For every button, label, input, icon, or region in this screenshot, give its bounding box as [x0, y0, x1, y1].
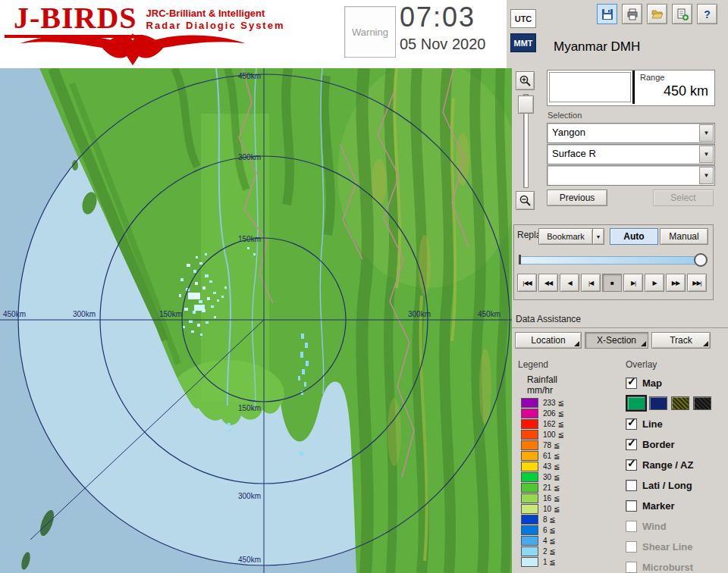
- legend-color-swatch: [521, 546, 538, 556]
- overlay-checkbox[interactable]: [626, 541, 637, 553]
- legend-value: 206 ≦: [543, 409, 564, 418]
- legend-entry: 4 ≦: [521, 537, 621, 545]
- playback-button-7[interactable]: ▶▶: [666, 274, 686, 292]
- playback-button-0[interactable]: |◀◀: [517, 274, 537, 292]
- overlay-label: Lati / Long: [642, 480, 692, 491]
- logo-subtitle-line1: JRC-Brilliant & Intelligent: [146, 8, 285, 20]
- overlay-item-lati-long[interactable]: Lati / Long: [626, 478, 726, 492]
- map-style-swatch[interactable]: [671, 396, 689, 410]
- product-dropdown[interactable]: Surface R ▼: [547, 144, 715, 164]
- map-style-swatch[interactable]: [627, 396, 645, 410]
- playback-button-3[interactable]: |◀: [581, 274, 601, 292]
- site-dropdown[interactable]: Yangon ▼: [547, 123, 715, 143]
- overlay-checkbox[interactable]: [626, 377, 637, 389]
- select-button[interactable]: Select: [653, 189, 714, 206]
- location-button[interactable]: Location: [515, 332, 582, 349]
- overlay-label: Line: [642, 418, 663, 430]
- replay-slider-start-cap: [519, 255, 521, 265]
- range-display: Range 450 km: [547, 70, 715, 106]
- overlay-checkbox[interactable]: [626, 521, 637, 532]
- replay-slider-thumb[interactable]: [694, 253, 708, 267]
- legend-section: Legend Rainfall mm/hr 233 ≦206 ≦162 ≦100…: [518, 359, 621, 568]
- overlay-label: Border: [642, 439, 675, 450]
- legend-color-swatch: [521, 440, 538, 450]
- overlay-item-border[interactable]: Border: [626, 437, 726, 451]
- overlay-item-shear-line[interactable]: Shear Line: [626, 540, 726, 553]
- legend-color-swatch: [521, 462, 538, 471]
- legend-color-swatch: [521, 472, 538, 482]
- ring-label: 150km: [238, 404, 261, 412]
- ring-label: 450km: [238, 72, 261, 80]
- save-button[interactable]: [597, 4, 617, 24]
- overlay-label: Map: [642, 377, 662, 389]
- station-name: Myanmar DMH: [554, 39, 640, 55]
- map-style-swatch[interactable]: [693, 396, 711, 410]
- help-icon: ?: [704, 8, 711, 20]
- track-button[interactable]: Track: [651, 332, 711, 349]
- ring-label: 150km: [238, 235, 261, 243]
- legend-value: 4 ≦: [543, 537, 556, 545]
- replay-slider-track[interactable]: [519, 256, 705, 265]
- print-button[interactable]: [622, 4, 642, 24]
- chevron-down-icon[interactable]: ▼: [699, 124, 714, 142]
- radar-map[interactable]: 450km 300km 150km 150km 300km 450km 450k…: [0, 68, 512, 573]
- overlay-checkbox[interactable]: [626, 459, 637, 471]
- replay-slider[interactable]: [519, 254, 705, 265]
- playback-button-4[interactable]: ■: [602, 274, 622, 292]
- help-button[interactable]: ?: [697, 4, 717, 24]
- overlay-checkbox[interactable]: [626, 418, 637, 430]
- mmt-button[interactable]: MMT: [510, 33, 536, 52]
- replay-group: Replay Bookmark ▼ Auto Manual |◀◀◀◀◀|◀■▶…: [513, 224, 714, 300]
- overlay-item-line[interactable]: Line: [626, 417, 726, 431]
- legend-value: 162 ≦: [543, 420, 564, 428]
- selection-label: Selection: [548, 111, 582, 120]
- chevron-down-icon[interactable]: ▼: [699, 146, 714, 163]
- legend-value: 21 ≦: [543, 484, 560, 492]
- zoom-in-button[interactable]: [516, 71, 535, 90]
- auto-button[interactable]: Auto: [610, 228, 658, 245]
- range-divider: [632, 70, 635, 104]
- zoom-out-button[interactable]: [516, 191, 535, 210]
- legend-entry: 100 ≦: [521, 431, 621, 439]
- clock-time: 07:03: [400, 2, 506, 33]
- zoom-in-icon: [519, 74, 532, 87]
- legend-entry: 6 ≦: [521, 526, 621, 534]
- overlay-checkbox[interactable]: [626, 439, 637, 450]
- ring-label: 300km: [73, 310, 96, 318]
- overlay-item-marker[interactable]: Marker: [626, 499, 726, 512]
- export-button[interactable]: [672, 4, 692, 24]
- option-dropdown[interactable]: ▼: [547, 165, 715, 186]
- overlay-checkbox[interactable]: [626, 562, 637, 573]
- playback-button-6[interactable]: ▶: [645, 274, 664, 292]
- playback-button-1[interactable]: ◀◀: [538, 274, 558, 292]
- overlay-item-range-az[interactable]: Range / AZ: [626, 458, 726, 471]
- manual-button[interactable]: Manual: [660, 228, 708, 245]
- overlay-checkbox[interactable]: [626, 480, 637, 491]
- open-folder-button[interactable]: [647, 4, 667, 24]
- legend-color-swatch: [521, 409, 538, 418]
- utc-button[interactable]: UTC: [510, 9, 536, 28]
- legend-unit-line2: mm/hr: [527, 385, 621, 396]
- xsection-button[interactable]: X-Section: [585, 332, 648, 349]
- ring-label: 450km: [238, 556, 261, 564]
- playback-button-5[interactable]: ▶|: [623, 274, 643, 292]
- map-style-swatch[interactable]: [649, 396, 667, 410]
- overlay-checkbox[interactable]: [626, 500, 637, 512]
- legend-color-swatch: [521, 504, 538, 514]
- overlay-item-microburst[interactable]: Microburst: [626, 560, 726, 573]
- bookmark-button[interactable]: Bookmark: [538, 228, 593, 245]
- previous-button[interactable]: Previous: [547, 189, 607, 206]
- legend-entry: 16 ≦: [521, 494, 621, 503]
- playback-button-2[interactable]: ◀: [560, 274, 579, 292]
- header-right-section: UTC MMT: [507, 0, 728, 68]
- legend-color-scale: 233 ≦206 ≦162 ≦100 ≦78 ≦61 ≦43 ≦30 ≦21 ≦…: [521, 399, 621, 566]
- legend-color-swatch: [521, 557, 538, 567]
- playback-button-8[interactable]: ▶▶|: [687, 274, 707, 292]
- overlay-item-wind[interactable]: Wind: [626, 519, 726, 533]
- legend-entry: 2 ≦: [521, 547, 621, 556]
- data-assistance-divider: [512, 327, 728, 328]
- bookmark-dropdown-arrow[interactable]: ▼: [592, 228, 604, 245]
- overlay-item-map[interactable]: Map: [626, 376, 726, 390]
- zoom-slider-thumb[interactable]: [518, 96, 534, 114]
- chevron-down-icon[interactable]: ▼: [699, 167, 714, 184]
